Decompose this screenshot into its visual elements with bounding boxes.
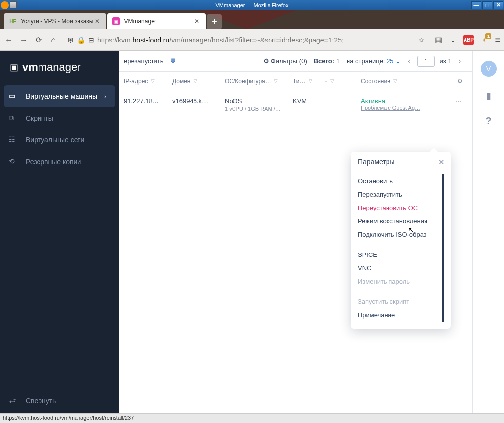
- popover-item-8: Изменить пароль: [358, 275, 437, 288]
- vm-icon: ▭: [9, 92, 18, 101]
- logo-icon: ▣: [10, 62, 18, 73]
- network-icon: ☷: [9, 135, 18, 144]
- window-title: VMmanager — Mozilla Firefox: [216, 2, 289, 8]
- pagination: на странице: 25 ⌄ ‹ из 1 ›: [347, 56, 463, 67]
- url-box[interactable]: ⛨ 🔒 ⊟ https://kvm.host-food.ru/vm/manage…: [63, 32, 428, 48]
- popover-item-2[interactable]: Переустановить ОС: [358, 201, 437, 214]
- col-state[interactable]: Состояние ▽: [361, 78, 435, 85]
- new-tab-button[interactable]: +: [207, 14, 222, 29]
- popover-item-0[interactable]: Остановить: [358, 174, 437, 188]
- restart-action[interactable]: ерезапустить: [124, 57, 163, 65]
- popover-title: Параметры: [358, 158, 444, 166]
- filter-icon[interactable]: ▽: [194, 78, 197, 84]
- popover-item-4[interactable]: Подключить ISO-образ: [358, 228, 437, 241]
- cell-domain: v169946.k…: [172, 97, 225, 105]
- close-button[interactable]: ✕: [493, 1, 503, 9]
- row-actions-popover: Параметры ✕ ОстановитьПерезапуститьПереу…: [351, 152, 451, 329]
- collapse-label: Свернуть: [26, 397, 56, 405]
- firefox-icon: [1, 1, 9, 9]
- chevron-right-icon: ›: [104, 93, 106, 99]
- containers-icon[interactable]: ▦: [433, 35, 443, 45]
- reload-button[interactable]: ⟳: [34, 35, 43, 45]
- forward-button[interactable]: →: [19, 35, 29, 45]
- filter-icon[interactable]: ▽: [151, 78, 155, 84]
- col-ip[interactable]: IP-адрес ▽: [124, 78, 172, 85]
- favicon: HF: [9, 17, 17, 25]
- sidebar-item-label: Виртуальные машины: [26, 92, 97, 100]
- app-sidebar: ▣ vmmanager ▭ Виртуальные машины › ⧉ Скр…: [0, 51, 119, 413]
- total-label: Всего: 1: [314, 57, 340, 65]
- popover-item-7[interactable]: VNC: [358, 261, 437, 275]
- tab-label: Услуги - VPS - Мои заказы: [21, 18, 93, 25]
- row-menu-button[interactable]: ⋯: [455, 97, 463, 105]
- sidebar-item-vms[interactable]: ▭ Виртуальные машины ›: [4, 85, 115, 107]
- filter-icon[interactable]: ▽: [274, 78, 278, 84]
- home-button[interactable]: ⌂: [48, 35, 58, 45]
- close-icon[interactable]: ✕: [193, 17, 201, 25]
- browser-tab-1[interactable]: ▣ VMmanager ✕: [107, 13, 206, 29]
- col-type[interactable]: Ти… ▽: [293, 78, 324, 85]
- col-os[interactable]: ОС/Конфигура… ▽: [225, 78, 293, 85]
- help-icon[interactable]: ?: [485, 115, 491, 127]
- filters-button[interactable]: ⚙ Фильтры(0): [263, 57, 307, 65]
- back-button[interactable]: ←: [4, 35, 14, 45]
- tab-strip: HF Услуги - VPS - Мои заказы ✕ ▣ VMmanag…: [0, 10, 504, 29]
- bookmark-star-icon[interactable]: ☆: [418, 36, 425, 44]
- gear-icon[interactable]: ⚙: [457, 78, 463, 85]
- popover-item-10: Запустить скрипт: [358, 295, 437, 308]
- popover-item-6[interactable]: SPICE: [358, 248, 437, 261]
- next-page-button[interactable]: ›: [457, 57, 463, 65]
- page-input[interactable]: [417, 56, 435, 67]
- lock-icon: 🔒: [77, 36, 85, 44]
- bookmark-icon[interactable]: ▮: [486, 90, 491, 101]
- expand-all-icon[interactable]: ⟱: [170, 57, 176, 65]
- scripts-icon: ⧉: [9, 114, 18, 123]
- avatar[interactable]: V: [481, 61, 497, 77]
- sidebar-item-networks[interactable]: ☷ Виртуальные сети: [0, 129, 119, 151]
- app-logo: ▣ vmmanager: [0, 51, 119, 85]
- cell-state: АктивнаПроблема с Guest Ag…: [361, 97, 435, 111]
- filter-icon: ⚙: [263, 57, 269, 65]
- collapse-icon: ⮐: [9, 397, 16, 405]
- toolbar: ерезапустить ⟱ ⚙ Фильтры(0) Всего: 1 на …: [119, 51, 472, 72]
- browser-tab-0[interactable]: HF Услуги - VPS - Мои заказы ✕: [4, 13, 106, 29]
- hamburger-menu-icon[interactable]: ≡: [495, 35, 500, 45]
- table-header: IP-адрес ▽ Домен ▽ ОС/Конфигура… ▽ Ти… ▽…: [119, 72, 472, 90]
- favicon: ▣: [112, 17, 120, 25]
- minimize-button[interactable]: —: [471, 1, 481, 9]
- close-icon[interactable]: ✕: [438, 158, 445, 167]
- sidebar-item-backups[interactable]: ⟲ Резервные копии: [0, 151, 119, 172]
- sidebar-item-label: Скрипты: [26, 114, 53, 122]
- extension-icon[interactable]: ✴: [479, 35, 490, 45]
- col-host[interactable]: ⊦ ▽: [324, 78, 361, 85]
- of-label: из 1: [440, 57, 452, 65]
- per-page-selector[interactable]: на странице: 25 ⌄: [347, 57, 401, 65]
- filter-icon[interactable]: ▽: [393, 78, 397, 84]
- downloads-icon[interactable]: ⭳: [448, 35, 458, 45]
- popover-item-1[interactable]: Перезапустить: [358, 188, 437, 201]
- maximize-button[interactable]: □: [482, 1, 492, 9]
- table-row[interactable]: 91.227.18… v169946.k… NoOS1 vCPU / 1GB R…: [119, 90, 472, 119]
- popover-item-3[interactable]: Режим восстановления: [358, 214, 437, 228]
- location-bar: ← → ⟳ ⌂ ⛨ 🔒 ⊟ https://kvm.host-food.ru/v…: [0, 29, 504, 51]
- sidebar-item-scripts[interactable]: ⧉ Скрипты: [0, 107, 119, 129]
- backup-icon: ⟲: [9, 157, 18, 166]
- popover-item-11[interactable]: Примечание: [358, 308, 437, 322]
- status-text: https://kvm.host-food.ru/vm/manager/host…: [3, 415, 134, 421]
- close-icon[interactable]: ✕: [93, 17, 101, 25]
- window-menu-button[interactable]: [10, 1, 17, 8]
- status-bar: https://kvm.host-food.ru/vm/manager/host…: [0, 413, 504, 423]
- tab-label: VMmanager: [124, 18, 156, 25]
- sidebar-item-label: Резервные копии: [26, 158, 81, 166]
- cell-os: NoOS1 vCPU / 1GB RAM /…: [225, 97, 293, 112]
- filter-icon[interactable]: ▽: [309, 78, 312, 84]
- right-toolbar: V ▮ ?: [472, 51, 504, 413]
- os-titlebar: VMmanager — Mozilla Firefox — □ ✕: [0, 0, 504, 10]
- collapse-sidebar-button[interactable]: ⮐ Свернуть: [0, 388, 119, 413]
- col-domain[interactable]: Домен ▽: [172, 78, 225, 85]
- permissions-icon: ⊟: [88, 36, 94, 44]
- prev-page-button[interactable]: ‹: [406, 57, 412, 65]
- adblock-ext-icon[interactable]: ABP: [463, 35, 474, 45]
- sidebar-item-label: Виртуальные сети: [26, 136, 84, 144]
- filter-icon[interactable]: ▽: [330, 78, 334, 84]
